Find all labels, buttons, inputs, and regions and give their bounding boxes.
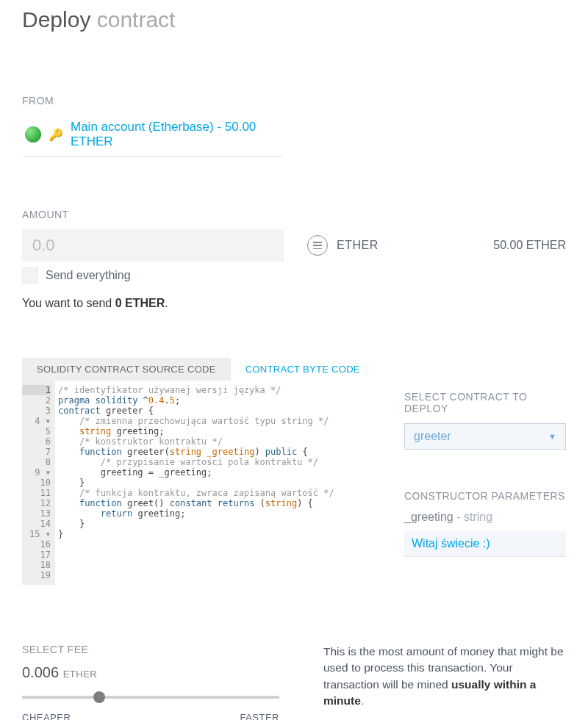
select-contract-label: SELECT CONTRACT TO DEPLOY [404, 391, 566, 414]
fee-value: 0.006 ETHER [22, 664, 279, 681]
contract-select-value: greeter [414, 430, 451, 443]
slider-label-faster: FASTER [240, 712, 279, 720]
account-balance: 50.00 ETHER [493, 239, 566, 252]
fee-description: This is the most amount of money that mi… [323, 644, 566, 720]
amount-label: AMOUNT [22, 209, 566, 220]
page-title-bold: Deploy [22, 7, 90, 32]
fee-slider[interactable] [22, 690, 279, 705]
page-title: Deploy contract [22, 7, 566, 32]
param-greeting-input[interactable] [404, 531, 566, 557]
key-icon: 🔑 [49, 128, 63, 142]
slider-label-cheaper: CHEAPER [22, 712, 71, 720]
from-account-text: Main account (Etherbase) - 50.00 ETHER [71, 120, 283, 149]
amount-currency: ETHER [337, 239, 379, 252]
tab-source-code[interactable]: SOLIDITY CONTRACT SOURCE CODE [22, 358, 231, 381]
send-everything-checkbox[interactable] [22, 267, 38, 284]
amount-input[interactable] [22, 229, 284, 262]
page-title-rest: contract [97, 7, 176, 32]
from-account-selector[interactable]: 🔑 Main account (Etherbase) - 50.00 ETHER [22, 115, 283, 157]
constructor-params-label: CONSTRUCTOR PARAMETERS [404, 490, 566, 502]
send-everything-label: Send everything [46, 269, 131, 282]
contract-select[interactable]: greeter ▼ [404, 423, 566, 450]
fee-slider-thumb[interactable] [93, 691, 105, 703]
from-label: FROM [22, 95, 566, 107]
you-want-to-send: You want to send 0 ETHER. [22, 297, 566, 310]
tab-byte-code[interactable]: CONTRACT BYTE CODE [231, 358, 375, 381]
code-tabs: SOLIDITY CONTRACT SOURCE CODE CONTRACT B… [22, 358, 566, 381]
code-editor[interactable]: 1 2 3 4 ▾5 6 7 8 9 ▾10 11 12 13 14 15 ▾1… [22, 381, 375, 585]
fee-slider-track [22, 696, 279, 699]
param-name-label: _greeting - string [404, 511, 566, 524]
ether-icon [307, 235, 328, 256]
account-avatar-icon [25, 126, 41, 143]
select-fee-label: SELECT FEE [22, 644, 279, 655]
chevron-down-icon: ▼ [548, 432, 556, 441]
